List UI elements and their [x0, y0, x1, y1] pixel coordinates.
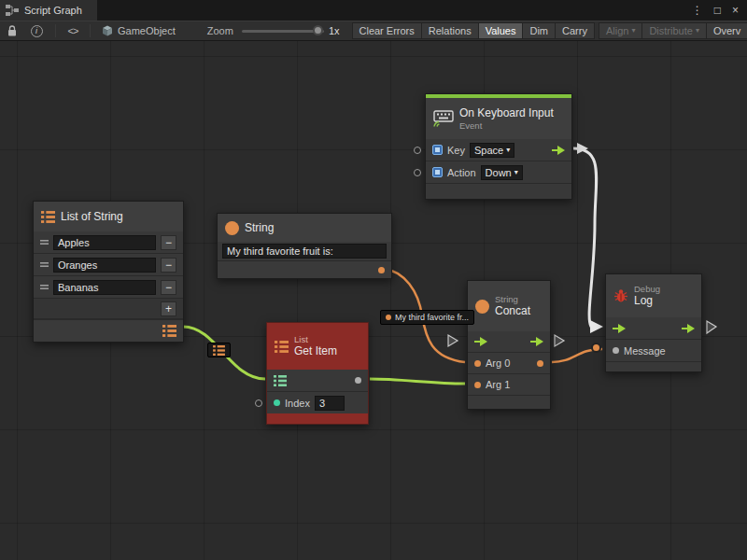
- target-object-field[interactable]: GameObject: [102, 25, 176, 36]
- add-item-button[interactable]: +: [161, 301, 176, 316]
- list-item-input[interactable]: Bananas: [53, 280, 156, 295]
- log-node-header[interactable]: Debug Log: [606, 274, 701, 317]
- zoom-slider-handle[interactable]: [313, 25, 323, 35]
- arg0-input-port[interactable]: [474, 360, 481, 367]
- arg1-row: Arg 1: [468, 374, 550, 395]
- clear-errors-label: Clear Errors: [359, 25, 415, 36]
- lock-button[interactable]: [3, 21, 21, 40]
- list-item-input[interactable]: Apples: [53, 235, 156, 250]
- distribute-label: Distribute: [649, 25, 692, 36]
- node-string-literal[interactable]: String My third favorite fruit is:: [217, 213, 392, 279]
- message-input-port[interactable]: [613, 347, 619, 354]
- tab-label: Script Graph: [24, 5, 82, 16]
- node-title: List of String: [61, 210, 123, 223]
- node-get-item[interactable]: List Get Item Index 3: [266, 322, 369, 425]
- dim-toggle[interactable]: Dim: [522, 22, 556, 39]
- tab-script-graph[interactable]: Script Graph: [0, 0, 97, 21]
- values-toggle[interactable]: Values: [478, 22, 524, 39]
- flow-output-port[interactable]: [682, 324, 695, 333]
- string-type-icon: [225, 221, 239, 235]
- key-dropdown-value: Space: [474, 145, 503, 156]
- node-title: Concat: [495, 304, 530, 318]
- arg0-label: Arg 0: [486, 357, 510, 369]
- list-item-input[interactable]: Oranges: [53, 258, 156, 273]
- flow-row: [468, 331, 550, 352]
- carry-label: Carry: [562, 25, 587, 36]
- getitem-node-header[interactable]: List Get Item: [267, 323, 368, 370]
- edit-code-button[interactable]: <>: [63, 21, 82, 40]
- carry-toggle[interactable]: Carry: [555, 22, 595, 39]
- clear-errors-button[interactable]: Clear Errors: [352, 22, 422, 39]
- key-input-port[interactable]: [414, 147, 421, 154]
- keyboard-node-header[interactable]: On Keyboard Input Event: [426, 98, 571, 139]
- node-log[interactable]: Debug Log Message: [605, 273, 702, 372]
- string-node-header[interactable]: String: [218, 214, 391, 242]
- item-output-port[interactable]: [355, 377, 361, 384]
- list-output-port[interactable]: [162, 325, 176, 337]
- action-input-port[interactable]: [414, 169, 421, 176]
- zoom-slider-track[interactable]: [242, 30, 324, 33]
- graph-canvas[interactable]: My third favorite fr... List of String A…: [0, 41, 747, 560]
- toolbar-separator: [90, 24, 91, 37]
- drag-handle-icon[interactable]: [40, 261, 49, 268]
- maximize-icon[interactable]: □: [714, 5, 721, 16]
- keyboard-icon: [433, 110, 454, 127]
- node-category: List: [294, 334, 337, 345]
- arg1-input-port[interactable]: [474, 382, 481, 388]
- inspect-button[interactable]: i: [27, 21, 46, 40]
- relations-label: Relations: [429, 25, 472, 36]
- flow-row: [606, 317, 701, 339]
- node-list-of-string[interactable]: List of String Apples − Oranges − Banana…: [33, 201, 184, 343]
- zoom-label: Zoom: [207, 25, 233, 36]
- distribute-dropdown[interactable]: Distribute ▾: [641, 22, 706, 39]
- drag-handle-icon[interactable]: [40, 284, 49, 290]
- flow-input-port[interactable]: [474, 337, 487, 346]
- concat-node-header[interactable]: String Concat: [468, 281, 550, 331]
- index-input[interactable]: 3: [315, 396, 345, 411]
- list-icon: [213, 345, 225, 356]
- info-icon: i: [31, 25, 43, 37]
- node-on-keyboard-input[interactable]: On Keyboard Input Event Key Space ▾: [425, 93, 572, 200]
- node-title: Get Item: [294, 344, 337, 358]
- titlebar-drag-area[interactable]: [97, 0, 692, 21]
- remove-item-button[interactable]: −: [161, 280, 176, 295]
- relations-toggle[interactable]: Relations: [421, 22, 479, 39]
- flow-input-port[interactable]: [613, 324, 626, 333]
- key-dropdown[interactable]: Space ▾: [470, 143, 514, 158]
- action-dropdown[interactable]: Down ▾: [481, 165, 523, 180]
- node-title: On Keyboard Input: [459, 106, 554, 120]
- string-output-port[interactable]: [378, 267, 385, 273]
- align-dropdown[interactable]: Align ▾: [599, 22, 642, 39]
- drag-handle-icon[interactable]: [40, 239, 49, 245]
- window-controls: ⋮ □ ×: [692, 0, 747, 21]
- key-label: Key: [447, 145, 465, 156]
- message-label: Message: [624, 345, 666, 357]
- overview-button[interactable]: Overv: [706, 22, 747, 39]
- wire-getitem-to-concat-arg1[interactable]: [370, 379, 465, 384]
- graph-toolbar: i <> GameObject Zoom 1x Clear Errors Rel…: [0, 21, 747, 41]
- chevron-down-icon: ▾: [631, 27, 635, 35]
- string-value-input[interactable]: My third favorite fruit is:: [222, 244, 387, 259]
- index-type-dot: [274, 399, 280, 406]
- zoom-slider[interactable]: [242, 21, 324, 40]
- remove-item-button[interactable]: −: [161, 235, 176, 250]
- concat-flow-in-indicator: [448, 335, 458, 346]
- flow-output-port[interactable]: [530, 337, 543, 346]
- index-input-port[interactable]: [255, 399, 262, 407]
- graph-icon: [6, 5, 19, 16]
- close-icon[interactable]: ×: [732, 5, 739, 16]
- log-flow-out-indicator: [707, 321, 716, 333]
- window-menu-icon[interactable]: ⋮: [692, 5, 703, 16]
- script-graph-window: Script Graph ⋮ □ × i <>: [0, 0, 747, 560]
- wire-keyboard-to-log[interactable]: [573, 148, 597, 327]
- remove-item-button[interactable]: −: [161, 258, 176, 273]
- list-input-port[interactable]: [274, 375, 287, 386]
- titlebar: Script Graph ⋮ □ ×: [0, 0, 747, 21]
- result-output-port[interactable]: [537, 360, 543, 367]
- list-node-header[interactable]: List of String: [34, 202, 183, 231]
- flow-output-port[interactable]: [552, 146, 565, 155]
- align-label: Align: [606, 25, 628, 36]
- node-title: String: [245, 221, 274, 234]
- node-concat[interactable]: String Concat Arg 0: [467, 280, 551, 410]
- list-item-row: Apples −: [34, 231, 183, 253]
